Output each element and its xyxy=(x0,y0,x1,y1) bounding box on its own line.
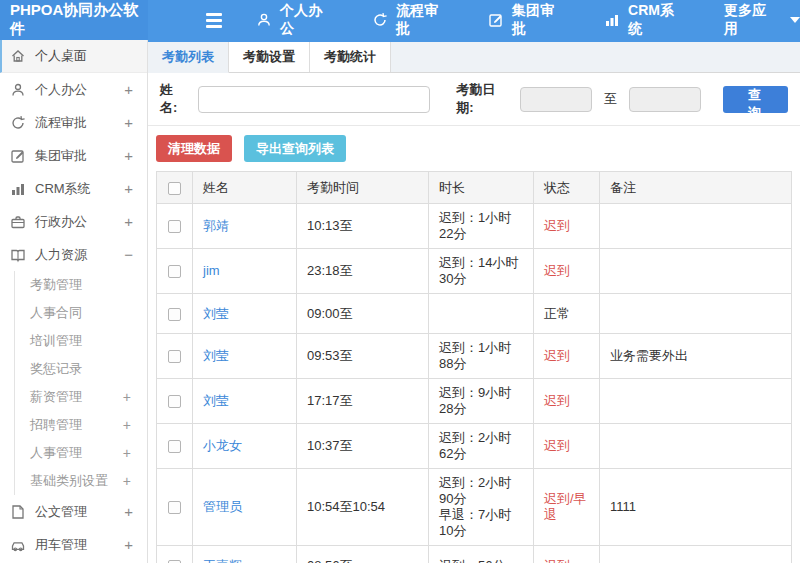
row-checkbox[interactable] xyxy=(168,220,181,233)
expand-icon[interactable]: + xyxy=(123,389,131,405)
employee-name-link[interactable]: 王壹辉 xyxy=(203,558,242,563)
sidebar-item-group-approval[interactable]: 集团审批 + xyxy=(0,139,147,172)
submenu-item-salary-mgmt[interactable]: 薪资管理 + xyxy=(15,383,147,411)
user-icon xyxy=(256,12,272,28)
row-checkbox[interactable] xyxy=(168,308,181,321)
sidebar-item-crm-system[interactable]: CRM系统 + xyxy=(0,172,147,205)
sidebar-item-document-mgmt[interactable]: 公文管理 + xyxy=(0,495,147,528)
employee-name-link[interactable]: 郭靖 xyxy=(203,218,229,233)
date-label: 考勤日期: xyxy=(456,81,512,117)
collapse-icon[interactable]: − xyxy=(124,246,133,263)
expand-icon[interactable]: + xyxy=(124,536,133,553)
date-to-input[interactable] xyxy=(629,87,701,112)
attendance-time: 23:18至 xyxy=(297,249,429,294)
name-input[interactable] xyxy=(198,86,430,113)
date-from-input[interactable] xyxy=(520,87,592,112)
sidebar-item-vehicle-mgmt[interactable]: 用车管理 + xyxy=(0,528,147,561)
remark-text xyxy=(600,294,792,334)
table-row: 郭靖 10:13至 迟到：1小时22分 迟到 xyxy=(157,204,792,249)
submenu-item-base-category-settings[interactable]: 基础类别设置 + xyxy=(15,467,147,495)
employee-name-link[interactable]: 刘莹 xyxy=(203,348,229,363)
submenu-item-personnel-mgmt[interactable]: 人事管理 + xyxy=(15,439,147,467)
tab-attendance-list[interactable]: 考勤列表 xyxy=(148,42,229,73)
row-checkbox[interactable] xyxy=(168,395,181,408)
status-badge: 迟到 xyxy=(544,263,570,278)
nav-more-apps[interactable]: 更多应用 xyxy=(724,2,800,38)
menu-toggle-button[interactable] xyxy=(206,13,222,28)
expand-icon[interactable]: + xyxy=(124,180,133,197)
expand-icon[interactable]: + xyxy=(123,417,131,433)
employee-name-link[interactable]: 管理员 xyxy=(203,499,242,514)
submenu-item-recruitment-mgmt[interactable]: 招聘管理 + xyxy=(15,411,147,439)
row-checkbox[interactable] xyxy=(168,440,181,453)
sidebar-item-personal-office[interactable]: 个人办公 + xyxy=(0,73,147,106)
sidebar-item-human-resources[interactable]: 人力资源 − xyxy=(0,238,147,271)
expand-icon[interactable]: + xyxy=(124,81,133,98)
expand-icon[interactable]: + xyxy=(124,114,133,131)
attendance-time: 10:37至 xyxy=(297,424,429,469)
attendance-time: 08:56至 xyxy=(297,546,429,563)
name-label: 姓名: xyxy=(160,81,190,117)
sidebar-item-workflow-approval[interactable]: 流程审批 + xyxy=(0,106,147,139)
table-row: 王壹辉 08:56至 迟到：56分 迟到 xyxy=(157,546,792,563)
col-header-status: 状态 xyxy=(534,172,600,204)
remark-text: 1111 xyxy=(600,469,792,546)
status-badge: 迟到 xyxy=(544,558,570,563)
duration-text: 迟到：14小时30分 xyxy=(429,249,534,294)
nav-group-approval[interactable]: 集团审批 xyxy=(488,2,566,38)
app-logo: PHPOA协同办公软件 xyxy=(0,0,148,40)
row-checkbox[interactable] xyxy=(168,350,181,363)
nav-crm-system[interactable]: CRM系统 xyxy=(604,2,686,38)
attendance-time: 09:00至 xyxy=(297,294,429,334)
expand-icon[interactable]: + xyxy=(124,147,133,164)
expand-icon[interactable]: + xyxy=(124,503,133,520)
attendance-table: 姓名 考勤时间 时长 状态 备注 郭靖 10:13至 迟到：1小时 xyxy=(156,171,792,563)
duration-text: 迟到：1小时22分 xyxy=(429,204,534,249)
nav-workflow-approval[interactable]: 流程审批 xyxy=(372,2,450,38)
sidebar-item-admin-office[interactable]: 行政办公 + xyxy=(0,205,147,238)
expand-icon[interactable]: + xyxy=(123,445,131,461)
employee-name-link[interactable]: jim xyxy=(203,263,220,278)
select-all-checkbox[interactable] xyxy=(168,182,181,195)
employee-name-link[interactable]: 刘莹 xyxy=(203,306,229,321)
table-row: 刘莹 09:00至 正常 xyxy=(157,294,792,334)
row-checkbox[interactable] xyxy=(168,265,181,278)
home-icon xyxy=(10,48,26,64)
bar-chart-icon xyxy=(604,12,620,28)
submenu-item-training-mgmt[interactable]: 培训管理 xyxy=(15,327,147,355)
toolbar: 清理数据 导出查询列表 xyxy=(148,126,800,171)
row-checkbox[interactable] xyxy=(168,560,181,563)
workflow-icon xyxy=(372,12,388,28)
tab-bar: 考勤列表 考勤设置 考勤统计 xyxy=(148,40,800,73)
nav-personal-office[interactable]: 个人办公 xyxy=(256,2,334,38)
expand-icon[interactable]: + xyxy=(123,473,131,489)
duration-text xyxy=(429,294,534,334)
employee-name-link[interactable]: 小龙女 xyxy=(203,438,242,453)
row-checkbox[interactable] xyxy=(168,501,181,514)
submenu-item-hr-contract[interactable]: 人事合同 xyxy=(15,299,147,327)
submenu-item-attendance-mgmt[interactable]: 考勤管理 xyxy=(15,271,147,299)
clear-data-button[interactable]: 清理数据 xyxy=(156,135,232,162)
attendance-table-wrap: 姓名 考勤时间 时长 状态 备注 郭靖 10:13至 迟到：1小时 xyxy=(148,171,800,563)
sidebar: 个人桌面 个人办公 + 流程审批 + 集团审批 + CRM系统 + 行政办公 + xyxy=(0,40,148,563)
query-button[interactable]: 查 询 xyxy=(723,86,788,113)
to-label: 至 xyxy=(604,90,617,108)
export-list-button[interactable]: 导出查询列表 xyxy=(244,135,346,162)
expand-icon[interactable]: + xyxy=(124,213,133,230)
status-badge: 迟到 xyxy=(544,348,570,363)
sidebar-item-personal-desktop[interactable]: 个人桌面 xyxy=(0,40,147,73)
submenu-item-reward-punishment[interactable]: 奖惩记录 xyxy=(15,355,147,383)
tab-attendance-stats[interactable]: 考勤统计 xyxy=(310,42,391,72)
col-header-time: 考勤时间 xyxy=(297,172,429,204)
table-header-row: 姓名 考勤时间 时长 状态 备注 xyxy=(157,172,792,204)
user-icon xyxy=(10,82,26,98)
table-row: jim 23:18至 迟到：14小时30分 迟到 xyxy=(157,249,792,294)
duration-text: 迟到：1小时88分 xyxy=(429,334,534,379)
book-icon xyxy=(10,247,26,263)
employee-name-link[interactable]: 刘莹 xyxy=(203,393,229,408)
remark-text xyxy=(600,546,792,563)
tab-attendance-settings[interactable]: 考勤设置 xyxy=(229,42,310,72)
col-header-name: 姓名 xyxy=(193,172,297,204)
car-icon xyxy=(10,537,26,553)
duration-text: 迟到：2小时90分 早退：7小时10分 xyxy=(429,469,534,546)
